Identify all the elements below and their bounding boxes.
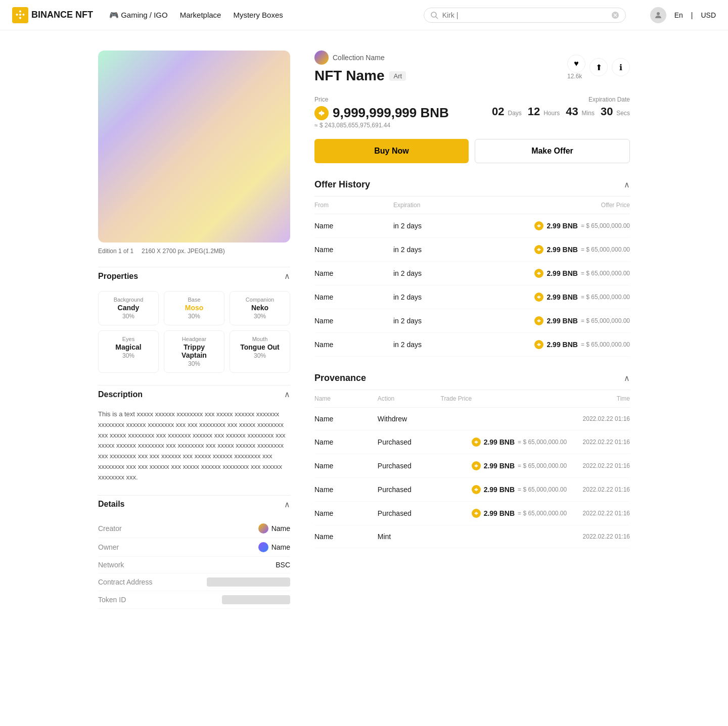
properties-header[interactable]: Properties ∧: [98, 267, 290, 285]
creator-name[interactable]: Name: [271, 524, 290, 533]
bnb-mini-icon: [474, 440, 479, 445]
prov-action: Purchased: [378, 509, 441, 517]
nav-marketplace[interactable]: Marketplace: [180, 11, 221, 19]
like-button[interactable]: ♥: [567, 55, 585, 73]
prop-pct: 30%: [105, 352, 152, 359]
nft-header-top: Collection Name NFT Name Art ♥ 12.6k ⬆ ℹ: [314, 51, 630, 86]
prov-name[interactable]: Name: [314, 509, 378, 517]
prop-type: Mouth: [236, 336, 284, 342]
prov-time: 2022.02.22 01:16: [567, 486, 630, 493]
prop-pct: 30%: [105, 313, 152, 320]
currency-selector[interactable]: USD: [701, 11, 716, 19]
offer-price-usd: = $ 65,000,000.00: [581, 222, 630, 229]
info-button[interactable]: ℹ: [612, 58, 630, 76]
provenance-chevron[interactable]: ∧: [624, 373, 630, 383]
logo-text: BINANCE NFT: [31, 10, 93, 20]
prov-price-bnb: 2.99 BNB: [484, 486, 515, 494]
make-offer-button[interactable]: Make Offer: [475, 139, 630, 163]
search-bar[interactable]: [424, 8, 626, 23]
offer-from[interactable]: Name: [314, 222, 393, 230]
properties-grid: Background Candy 30% Base Moso 30% Compa…: [98, 291, 290, 373]
nav-gaming[interactable]: 🎮 Gaming / IGO: [109, 11, 168, 20]
edition-text: Edition 1 of 1: [98, 248, 133, 255]
buy-row: Buy Now Make Offer: [314, 139, 630, 163]
prop-type: Background: [105, 297, 152, 303]
property-card: Mouth Tongue Out 30%: [230, 330, 290, 373]
bnb-small-icon: [472, 438, 481, 447]
nav-mystery-boxes[interactable]: Mystery Boxes: [233, 11, 283, 19]
token-value[interactable]: 0xabcdef1234567890: [222, 595, 290, 604]
creator-avatar-icon: [258, 523, 268, 534]
prov-col-action: Action: [378, 395, 441, 402]
owner-row: Owner Name: [98, 538, 290, 557]
prov-name[interactable]: Name: [314, 486, 378, 494]
offer-from[interactable]: Name: [314, 246, 393, 254]
prov-name[interactable]: Name: [314, 462, 378, 470]
provenance-row: Name Purchased 2.99 BNB = $ 65,000,000.0…: [314, 502, 630, 525]
bnb-mini-icon: [536, 295, 541, 300]
offer-price: 2.99 BNB = $ 65,000,000.00: [472, 340, 630, 349]
prop-value: Neko: [236, 304, 284, 312]
price-main: 9,999,999,999 BNB: [314, 105, 449, 121]
offer-expiration: in 2 days: [393, 222, 472, 230]
properties-title: Properties: [98, 272, 138, 281]
bnb-mini-icon: [536, 247, 541, 252]
prov-name[interactable]: Name: [314, 415, 378, 423]
description-title: Description: [98, 390, 143, 399]
owner-name[interactable]: Name: [271, 543, 290, 551]
owner-label: Owner: [98, 543, 119, 551]
details-header[interactable]: Details ∧: [98, 495, 290, 513]
prov-time: 2022.02.22 01:16: [567, 439, 630, 446]
expiry-values: 02 Days 12 Hours 43 Mins 30 Secs: [492, 105, 630, 118]
expiry-days: 02: [492, 105, 504, 118]
prov-name[interactable]: Name: [314, 438, 378, 446]
bnb-small-icon: [472, 509, 481, 518]
creator-label: Creator: [98, 524, 122, 533]
provenance-row: Name Purchased 2.99 BNB = $ 65,000,000.0…: [314, 454, 630, 478]
share-button[interactable]: ⬆: [589, 58, 608, 76]
offer-from[interactable]: Name: [314, 269, 393, 277]
expiry-days-label: Days: [508, 110, 521, 117]
prov-name[interactable]: Name: [314, 533, 378, 541]
search-input[interactable]: [442, 11, 607, 19]
expiry-mins-item: 43 Mins: [566, 105, 595, 118]
bnb-small-icon: [534, 269, 543, 278]
owner-avatar-icon: [258, 542, 268, 552]
offer-price-usd: = $ 65,000,000.00: [581, 294, 630, 301]
description-header[interactable]: Description ∧: [98, 385, 290, 403]
svg-point-6: [657, 12, 660, 15]
offer-history-row: Name in 2 days 2.99 BNB = $ 65,000,000.0…: [314, 214, 630, 238]
details-title: Details: [98, 500, 124, 509]
price-label: Price: [314, 96, 328, 103]
offer-price-bnb: 2.99 BNB: [547, 293, 577, 301]
right-column: Collection Name NFT Name Art ♥ 12.6k ⬆ ℹ: [314, 51, 630, 609]
prov-action: Purchased: [378, 438, 441, 446]
price-usd: ≈ $ 243,085,655,975,691.44: [314, 122, 449, 129]
contract-value[interactable]: 0xabcdef1234567890abcd: [207, 577, 290, 587]
buy-now-button[interactable]: Buy Now: [314, 139, 469, 163]
property-card: Eyes Magical 30%: [98, 330, 159, 373]
network-row: Network BSC: [98, 557, 290, 573]
provenance-section: Provenance ∧ Name Action Trade Price Tim…: [314, 373, 630, 548]
offer-price: 2.99 BNB = $ 65,000,000.00: [472, 293, 630, 302]
dimensions-text: 2160 X 2700 px. JPEG(1.2MB): [142, 248, 225, 255]
creator-row: Creator Name: [98, 519, 290, 538]
provenance-header: Provenance ∧: [314, 373, 630, 390]
logo[interactable]: BINANCE NFT: [12, 7, 93, 23]
user-avatar[interactable]: [650, 7, 666, 23]
bnb-small-icon: [534, 221, 543, 230]
offer-price: 2.99 BNB = $ 65,000,000.00: [472, 221, 630, 230]
offer-from[interactable]: Name: [314, 293, 393, 301]
svg-line-2: [436, 17, 438, 19]
token-row: Token ID 0xabcdef1234567890: [98, 591, 290, 609]
offer-from[interactable]: Name: [314, 341, 393, 349]
nav-links: 🎮 Gaming / IGO Marketplace Mystery Boxes: [109, 11, 283, 20]
language-selector[interactable]: En: [674, 11, 683, 19]
offer-from[interactable]: Name: [314, 317, 393, 325]
expiry-secs-item: 30 Secs: [601, 105, 630, 118]
offer-history-chevron[interactable]: ∧: [624, 180, 630, 189]
property-card: Base Moso 30%: [164, 291, 224, 325]
bnb-small-icon: [534, 340, 543, 349]
clear-icon[interactable]: [611, 11, 619, 19]
collection-name[interactable]: Collection Name: [333, 54, 385, 62]
